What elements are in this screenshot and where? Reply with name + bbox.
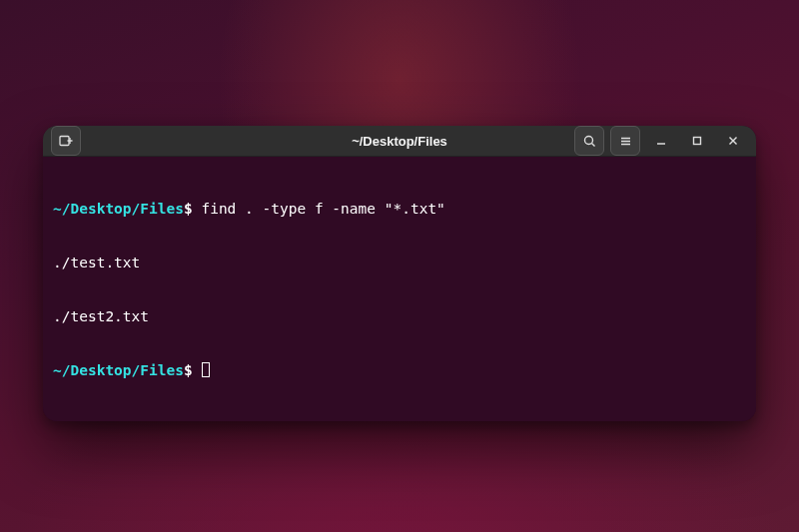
titlebar: ~/Desktop/Files xyxy=(43,126,756,157)
svg-rect-9 xyxy=(694,138,701,145)
search-button[interactable] xyxy=(574,126,604,156)
prompt-separator: $ xyxy=(184,362,193,378)
maximize-icon xyxy=(690,134,704,148)
terminal-window: ~/Desktop/Files xyxy=(43,126,756,421)
minimize-icon xyxy=(654,134,668,148)
prompt-path: ~/Desktop/Files xyxy=(53,362,184,378)
new-tab-icon xyxy=(58,133,74,149)
close-button[interactable] xyxy=(718,126,748,156)
terminal-line: ~/Desktop/Files$ find . -type f -name "*… xyxy=(53,200,746,218)
svg-line-4 xyxy=(591,143,594,146)
hamburger-menu-icon xyxy=(618,134,633,149)
command-text: find . -type f -name "*.txt" xyxy=(201,201,444,217)
close-icon xyxy=(726,134,740,148)
new-tab-button[interactable] xyxy=(51,126,81,156)
terminal-output-line: ./test2.txt xyxy=(53,307,746,325)
maximize-button[interactable] xyxy=(682,126,712,156)
svg-point-3 xyxy=(584,136,592,144)
terminal-body[interactable]: ~/Desktop/Files$ find . -type f -name "*… xyxy=(43,157,756,421)
minimize-button[interactable] xyxy=(646,126,676,156)
terminal-line: ~/Desktop/Files$ xyxy=(53,361,746,379)
terminal-output-line: ./test.txt xyxy=(53,254,746,271)
search-icon xyxy=(582,134,597,149)
prompt-separator: $ xyxy=(184,201,193,217)
cursor-icon xyxy=(202,362,210,377)
prompt-path: ~/Desktop/Files xyxy=(53,201,184,217)
menu-button[interactable] xyxy=(610,126,640,156)
